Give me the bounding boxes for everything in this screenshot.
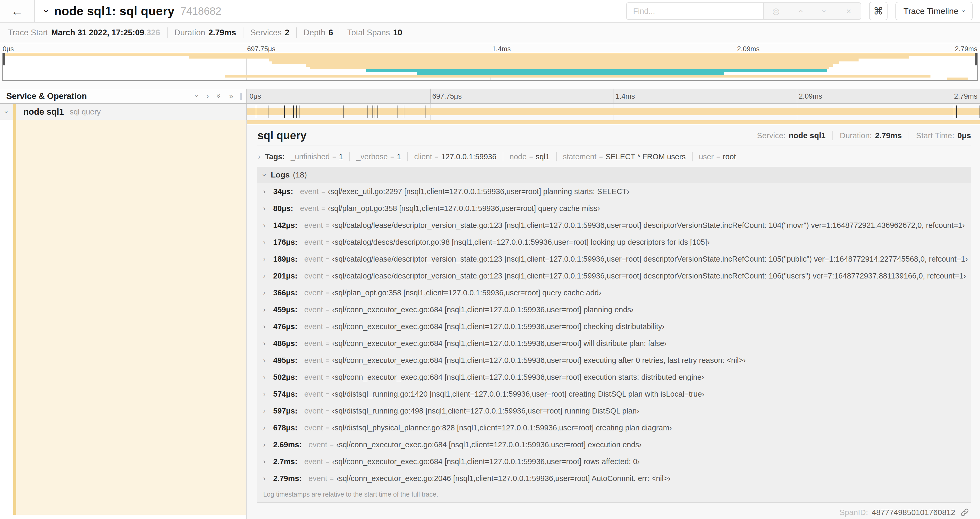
log-row[interactable]: ›176μs:event=‹sql/catalog/descs/descript… [258, 234, 971, 251]
chevron-down-icon[interactable]: › [41, 10, 52, 13]
chevron-right-icon[interactable]: › [263, 204, 273, 212]
meta-label: Start Time: [916, 131, 954, 140]
tags-row[interactable]: › Tags: _unfinished=1_verbose=1client=12… [258, 146, 971, 167]
log-row[interactable]: ›2.7ms:event=‹sql/conn_executor_exec.go:… [258, 453, 971, 470]
summary-trace-start: Trace Start March 31 2022, 17:25:09 .326 [8, 28, 160, 37]
logs-header[interactable]: › Logs (18) [258, 167, 971, 183]
log-field-key: event [304, 390, 323, 398]
summary-services: Services 2 [250, 28, 289, 37]
log-row[interactable]: ›142μs:event=‹sql/catalog/lease/descript… [258, 217, 971, 234]
log-marker [343, 105, 344, 118]
command-icon: ⌘ [873, 5, 883, 17]
log-field-key: event [304, 322, 323, 331]
log-row[interactable]: ›486μs:event=‹sql/conn_executor_exec.go:… [258, 335, 971, 352]
chevron-right-icon[interactable]: › [263, 238, 273, 246]
chevron-right-icon[interactable]: › [263, 272, 273, 280]
view-selector-button[interactable]: Trace Timeline › [896, 2, 973, 20]
span-name-cell[interactable]: › node sql1 sql query [0, 104, 247, 120]
log-field-value: ‹sql/conn_executor_exec.go:2046 [nsql1,c… [336, 474, 671, 483]
chevron-right-icon[interactable]: › [263, 306, 273, 314]
span-id-row: SpanID: 4877749850101760812 [258, 503, 971, 519]
log-field-key: event [304, 289, 323, 297]
minimap-span-bar [269, 59, 859, 61]
log-row[interactable]: ›2.69ms:event=‹sql/conn_executor_exec.go… [258, 436, 971, 453]
summary-label: Total Spans [347, 28, 390, 37]
minimap-left-scrubber[interactable] [3, 53, 3, 80]
span-operation-name: sql query [70, 108, 101, 116]
minimap-tick: 0μs [3, 45, 14, 53]
chevron-right-icon[interactable]: › [263, 221, 273, 230]
chevron-right-icon[interactable]: › [263, 255, 273, 263]
back-button[interactable]: ← [0, 0, 35, 22]
tags-label: Tags: [265, 152, 285, 161]
log-row[interactable]: ›476μs:event=‹sql/conn_executor_exec.go:… [258, 318, 971, 335]
match-locate-icon[interactable]: ◎ [764, 6, 788, 16]
log-row[interactable]: ›2.79ms:event=‹sql/conn_executor_exec.go… [258, 470, 971, 487]
log-field-key: event [300, 204, 319, 213]
log-row[interactable]: ›495μs:event=‹sql/conn_executor_exec.go:… [258, 352, 971, 369]
chevron-right-icon[interactable]: › [263, 339, 273, 348]
log-timestamp: 2.79ms: [273, 474, 302, 483]
log-timestamp: 80μs: [273, 204, 293, 213]
log-row[interactable]: ›502μs:event=‹sql/conn_executor_exec.go:… [258, 369, 971, 386]
chevron-right-icon[interactable]: › [263, 323, 273, 331]
column-resizer-handle[interactable]: ∥ [239, 92, 243, 100]
collapse-all-icon[interactable]: » [215, 94, 223, 98]
log-row[interactable]: ›459μs:event=‹sql/conn_executor_exec.go:… [258, 301, 971, 318]
log-row[interactable]: ›189μs:event=‹sql/catalog/lease/descript… [258, 251, 971, 267]
log-timestamp: 2.7ms: [273, 457, 298, 466]
chevron-right-icon[interactable]: › [263, 424, 273, 432]
chevron-right-icon[interactable]: › [263, 373, 273, 381]
equals-sign: = [326, 306, 329, 313]
log-timestamp: 597μs: [273, 407, 298, 415]
divider [692, 152, 693, 161]
log-row[interactable]: ›34μs:event=‹sql/exec_util.go:2297 [nsql… [258, 183, 971, 200]
chevron-right-icon[interactable]: › [263, 356, 273, 364]
prev-result-icon[interactable]: › [795, 0, 805, 23]
ruler-tick: 697.75μs [432, 92, 462, 101]
span-bar-cell[interactable] [247, 104, 980, 120]
find-input[interactable] [626, 2, 763, 20]
chevron-right-icon[interactable]: › [258, 153, 260, 161]
span-duration-bar[interactable] [247, 120, 980, 124]
next-result-icon[interactable]: › [819, 0, 829, 23]
log-row[interactable]: ›80μs:event=‹sql/plan_opt.go:358 [nsql1,… [258, 200, 971, 217]
collapse-one-icon[interactable]: › [192, 95, 202, 97]
tag-value: 1 [339, 152, 343, 161]
log-field-value: ‹sql/conn_executor_exec.go:684 [nsql1,cl… [336, 441, 642, 449]
keyboard-shortcuts-button[interactable]: ⌘ [869, 2, 888, 20]
equals-sign: = [326, 374, 329, 381]
log-row[interactable]: ›201μs:event=‹sql/catalog/lease/descript… [258, 267, 971, 284]
equals-sign: = [529, 153, 533, 161]
minimap-tick: 697.75μs [247, 45, 275, 53]
expand-all-icon[interactable]: » [229, 91, 234, 101]
ruler-gridline [614, 89, 614, 103]
expand-one-icon[interactable]: › [206, 91, 209, 101]
span-id-value: 4877749850101760812 [872, 508, 955, 517]
log-row[interactable]: ›678μs:event=‹sql/distsql_physical_plann… [258, 419, 971, 436]
clear-search-icon[interactable]: × [837, 6, 861, 16]
log-row[interactable]: ›597μs:event=‹sql/distsql_running.go:498… [258, 402, 971, 419]
log-row[interactable]: ›574μs:event=‹sql/distsql_running.go:142… [258, 386, 971, 402]
chevron-right-icon[interactable]: › [263, 390, 273, 398]
chevron-right-icon[interactable]: › [263, 441, 273, 449]
chevron-right-icon[interactable]: › [263, 458, 273, 466]
deep-link-icon[interactable] [960, 508, 969, 517]
divider [908, 131, 909, 140]
chevron-right-icon[interactable]: › [263, 289, 273, 297]
chevron-right-icon[interactable]: › [263, 407, 273, 415]
minimap-canvas[interactable] [2, 53, 978, 81]
chevron-down-icon[interactable]: › [2, 111, 11, 113]
equals-sign: = [326, 424, 329, 432]
chevron-right-icon[interactable]: › [263, 474, 273, 482]
ruler-gridline [797, 89, 797, 103]
chevron-down-icon[interactable]: › [260, 174, 269, 176]
minimap-span-bar [225, 75, 931, 78]
chevron-right-icon[interactable]: › [263, 187, 273, 196]
ruler-tick: 1.4ms [616, 92, 635, 101]
span-log-markers [247, 104, 980, 120]
log-timestamp: 459μs: [273, 305, 298, 314]
log-row[interactable]: ›366μs:event=‹sql/plan_opt.go:358 [nsql1… [258, 284, 971, 301]
detail-span-bar-row [247, 120, 980, 125]
minimap-right-scrubber[interactable] [977, 53, 977, 80]
